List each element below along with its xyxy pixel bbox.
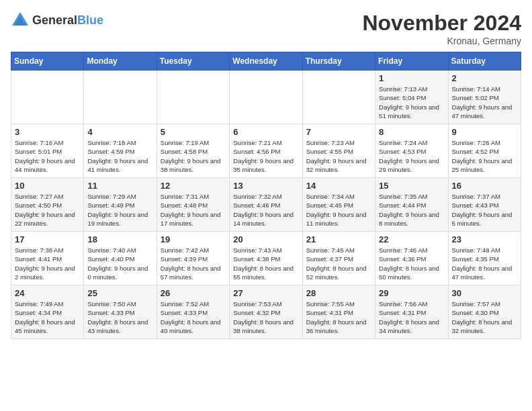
day-info: Sunrise: 7:37 AMSunset: 4:43 PMDaylight:… [452, 192, 517, 228]
day-number: 11 [87, 181, 152, 191]
day-info: Sunrise: 7:19 AMSunset: 4:58 PMDaylight:… [161, 138, 226, 174]
day-info: Sunrise: 7:16 AMSunset: 5:01 PMDaylight:… [15, 138, 80, 174]
calendar-cell: 12Sunrise: 7:31 AMSunset: 4:48 PMDayligh… [157, 178, 229, 232]
calendar-cell [11, 71, 84, 124]
day-info: Sunrise: 7:24 AMSunset: 4:53 PMDaylight:… [379, 138, 444, 174]
day-info: Sunrise: 7:56 AMSunset: 4:31 PMDaylight:… [379, 300, 444, 335]
day-info: Sunrise: 7:40 AMSunset: 4:40 PMDaylight:… [87, 246, 152, 281]
day-info: Sunrise: 7:26 AMSunset: 4:52 PMDaylight:… [452, 138, 517, 174]
logo: GeneralBlue [11, 11, 103, 30]
day-number: 16 [452, 181, 517, 191]
col-header-monday: Monday [84, 52, 157, 71]
calendar-cell: 18Sunrise: 7:40 AMSunset: 4:40 PMDayligh… [84, 232, 157, 285]
day-info: Sunrise: 7:34 AMSunset: 4:45 PMDaylight:… [306, 192, 371, 228]
day-number: 27 [233, 288, 298, 298]
calendar-cell: 8Sunrise: 7:24 AMSunset: 4:53 PMDaylight… [375, 124, 448, 178]
calendar-cell: 14Sunrise: 7:34 AMSunset: 4:45 PMDayligh… [302, 178, 375, 232]
day-number: 15 [379, 181, 444, 191]
day-info: Sunrise: 7:38 AMSunset: 4:41 PMDaylight:… [15, 246, 80, 281]
calendar-cell: 27Sunrise: 7:53 AMSunset: 4:32 PMDayligh… [230, 285, 302, 339]
calendar-cell [84, 71, 157, 124]
calendar-cell: 3Sunrise: 7:16 AMSunset: 5:01 PMDaylight… [11, 124, 84, 178]
day-info: Sunrise: 7:55 AMSunset: 4:31 PMDaylight:… [306, 300, 371, 335]
calendar-cell: 29Sunrise: 7:56 AMSunset: 4:31 PMDayligh… [375, 285, 448, 339]
day-info: Sunrise: 7:35 AMSunset: 4:44 PMDaylight:… [379, 192, 444, 228]
day-info: Sunrise: 7:48 AMSunset: 4:35 PMDaylight:… [452, 246, 517, 281]
day-info: Sunrise: 7:14 AMSunset: 5:02 PMDaylight:… [452, 85, 517, 120]
col-header-thursday: Thursday [302, 52, 375, 71]
calendar-week-5: 24Sunrise: 7:49 AMSunset: 4:34 PMDayligh… [11, 285, 521, 339]
calendar-cell: 9Sunrise: 7:26 AMSunset: 4:52 PMDaylight… [448, 124, 521, 178]
calendar-cell: 19Sunrise: 7:42 AMSunset: 4:39 PMDayligh… [157, 232, 229, 285]
day-number: 30 [452, 288, 517, 298]
col-header-sunday: Sunday [11, 52, 84, 71]
day-number: 29 [379, 288, 444, 298]
calendar-cell: 4Sunrise: 7:18 AMSunset: 4:59 PMDaylight… [84, 124, 157, 178]
header: GeneralBlue November 2024 Kronau, German… [11, 11, 521, 46]
day-number: 5 [161, 127, 226, 137]
calendar-table: SundayMondayTuesdayWednesdayThursdayFrid… [11, 52, 521, 339]
calendar-week-3: 10Sunrise: 7:27 AMSunset: 4:50 PMDayligh… [11, 178, 521, 232]
calendar-week-2: 3Sunrise: 7:16 AMSunset: 5:01 PMDaylight… [11, 124, 521, 178]
calendar-cell: 6Sunrise: 7:21 AMSunset: 4:56 PMDaylight… [230, 124, 302, 178]
day-number: 6 [233, 127, 298, 137]
day-number: 2 [452, 73, 517, 83]
calendar-cell: 13Sunrise: 7:32 AMSunset: 4:46 PMDayligh… [230, 178, 302, 232]
calendar-cell [157, 71, 229, 124]
day-number: 9 [452, 127, 517, 137]
day-info: Sunrise: 7:53 AMSunset: 4:32 PMDaylight:… [233, 300, 298, 335]
day-number: 4 [87, 127, 152, 137]
calendar-cell: 24Sunrise: 7:49 AMSunset: 4:34 PMDayligh… [11, 285, 84, 339]
day-info: Sunrise: 7:46 AMSunset: 4:36 PMDaylight:… [379, 246, 444, 281]
day-number: 12 [161, 181, 226, 191]
calendar-cell: 1Sunrise: 7:13 AMSunset: 5:04 PMDaylight… [375, 71, 448, 124]
day-info: Sunrise: 7:52 AMSunset: 4:33 PMDaylight:… [161, 300, 226, 335]
day-info: Sunrise: 7:49 AMSunset: 4:34 PMDaylight:… [15, 300, 80, 335]
calendar-cell: 28Sunrise: 7:55 AMSunset: 4:31 PMDayligh… [302, 285, 375, 339]
day-info: Sunrise: 7:18 AMSunset: 4:59 PMDaylight:… [87, 138, 152, 174]
day-number: 20 [233, 234, 298, 244]
calendar-week-1: 1Sunrise: 7:13 AMSunset: 5:04 PMDaylight… [11, 71, 521, 124]
calendar-cell: 10Sunrise: 7:27 AMSunset: 4:50 PMDayligh… [11, 178, 84, 232]
day-info: Sunrise: 7:21 AMSunset: 4:56 PMDaylight:… [233, 138, 298, 174]
day-info: Sunrise: 7:45 AMSunset: 4:37 PMDaylight:… [306, 246, 371, 281]
day-number: 17 [15, 234, 80, 244]
day-info: Sunrise: 7:27 AMSunset: 4:50 PMDaylight:… [15, 192, 80, 228]
calendar-cell: 5Sunrise: 7:19 AMSunset: 4:58 PMDaylight… [157, 124, 229, 178]
day-number: 19 [161, 234, 226, 244]
day-info: Sunrise: 7:43 AMSunset: 4:38 PMDaylight:… [233, 246, 298, 281]
day-info: Sunrise: 7:31 AMSunset: 4:48 PMDaylight:… [161, 192, 226, 228]
calendar-cell: 7Sunrise: 7:23 AMSunset: 4:55 PMDaylight… [302, 124, 375, 178]
calendar-week-4: 17Sunrise: 7:38 AMSunset: 4:41 PMDayligh… [11, 232, 521, 285]
location: Kronau, Germany [362, 36, 521, 46]
col-header-friday: Friday [375, 52, 448, 71]
day-info: Sunrise: 7:32 AMSunset: 4:46 PMDaylight:… [233, 192, 298, 228]
day-number: 21 [306, 234, 371, 244]
day-number: 26 [161, 288, 226, 298]
logo-text-blue: Blue [77, 13, 103, 27]
calendar-cell: 23Sunrise: 7:48 AMSunset: 4:35 PMDayligh… [448, 232, 521, 285]
day-info: Sunrise: 7:13 AMSunset: 5:04 PMDaylight:… [379, 85, 444, 120]
calendar-cell: 26Sunrise: 7:52 AMSunset: 4:33 PMDayligh… [157, 285, 229, 339]
day-info: Sunrise: 7:29 AMSunset: 4:49 PMDaylight:… [87, 192, 152, 228]
day-number: 7 [306, 127, 371, 137]
calendar-cell: 11Sunrise: 7:29 AMSunset: 4:49 PMDayligh… [84, 178, 157, 232]
day-info: Sunrise: 7:57 AMSunset: 4:30 PMDaylight:… [452, 300, 517, 335]
day-number: 28 [306, 288, 371, 298]
calendar-cell: 17Sunrise: 7:38 AMSunset: 4:41 PMDayligh… [11, 232, 84, 285]
day-number: 10 [15, 181, 80, 191]
col-header-wednesday: Wednesday [230, 52, 302, 71]
day-number: 14 [306, 181, 371, 191]
calendar-cell: 16Sunrise: 7:37 AMSunset: 4:43 PMDayligh… [448, 178, 521, 232]
calendar-cell: 22Sunrise: 7:46 AMSunset: 4:36 PMDayligh… [375, 232, 448, 285]
logo-text-general: General [32, 13, 77, 27]
day-number: 13 [233, 181, 298, 191]
logo-icon [11, 11, 30, 30]
calendar-cell: 20Sunrise: 7:43 AMSunset: 4:38 PMDayligh… [230, 232, 302, 285]
day-info: Sunrise: 7:23 AMSunset: 4:55 PMDaylight:… [306, 138, 371, 174]
day-info: Sunrise: 7:50 AMSunset: 4:33 PMDaylight:… [87, 300, 152, 335]
day-number: 18 [87, 234, 152, 244]
calendar-cell: 15Sunrise: 7:35 AMSunset: 4:44 PMDayligh… [375, 178, 448, 232]
day-number: 22 [379, 234, 444, 244]
day-number: 1 [379, 73, 444, 83]
